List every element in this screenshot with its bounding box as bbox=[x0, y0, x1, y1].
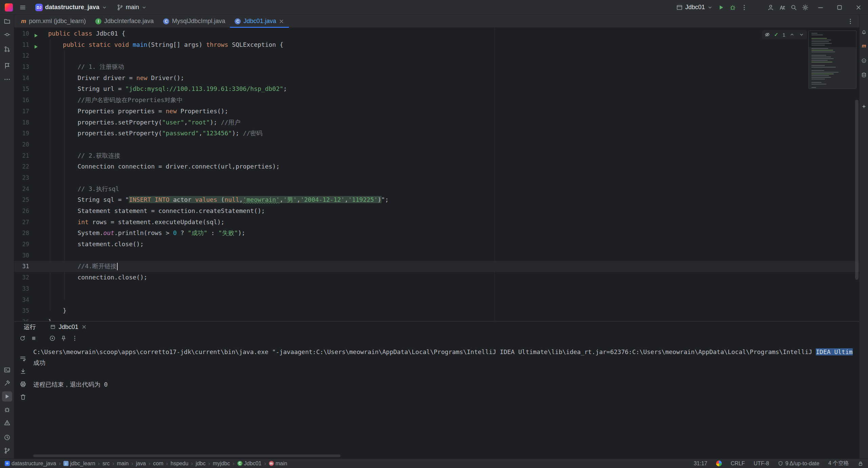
code-line[interactable]: 27 int rows = statement.executeUpdate(sq… bbox=[14, 217, 859, 228]
code-line[interactable]: 22 Connection connection = driver.connec… bbox=[14, 161, 859, 172]
account-button[interactable] bbox=[765, 2, 776, 13]
search-everywhere-button[interactable] bbox=[788, 2, 800, 13]
run-tab-jdbc01[interactable]: Jdbc01 bbox=[50, 321, 87, 332]
code-line[interactable]: 26 Statement statement = connection.crea… bbox=[14, 206, 859, 217]
pull-requests-tool-icon[interactable] bbox=[2, 44, 12, 54]
code-line[interactable]: 13 // 1. 注册驱动 bbox=[14, 61, 859, 73]
close-window-button[interactable] bbox=[849, 0, 868, 15]
tab-jdbcinterface-java[interactable]: I JdbcInterface.java bbox=[91, 15, 158, 27]
code-line[interactable]: 18 properties.setProperty("user","root")… bbox=[14, 117, 859, 128]
close-run-tab-icon[interactable] bbox=[81, 324, 87, 330]
breadcrumb-item[interactable]: java bbox=[136, 461, 146, 467]
breadcrumb-item[interactable]: Ddatastructure_java bbox=[5, 461, 56, 467]
terminal-tool-icon[interactable] bbox=[2, 365, 12, 375]
translate-button[interactable] bbox=[776, 2, 788, 13]
history-tool-icon[interactable] bbox=[2, 432, 12, 443]
code-line[interactable]: 33 bbox=[14, 283, 859, 294]
run-line-icon[interactable] bbox=[33, 42, 39, 47]
commit-tool-icon[interactable] bbox=[2, 30, 12, 40]
ai-assistant-tool-icon[interactable] bbox=[860, 103, 868, 110]
readonly-lock-icon[interactable] bbox=[858, 461, 863, 466]
project-tool-icon[interactable] bbox=[2, 16, 12, 26]
coverage-icon[interactable] bbox=[49, 335, 56, 342]
breadcrumb-item[interactable]: CJdbc01 bbox=[237, 461, 262, 467]
indent-widget[interactable]: 4 个空格 bbox=[828, 460, 849, 467]
code-line[interactable]: 31 //4.断开链接 bbox=[14, 261, 859, 272]
breadcrumb-item[interactable]: main bbox=[117, 461, 129, 467]
code-line[interactable]: 29 statement.close(); bbox=[14, 239, 859, 250]
line-separator-widget[interactable]: CRLF bbox=[731, 461, 745, 467]
maven-tool-icon[interactable]: m bbox=[860, 42, 868, 50]
code-line[interactable]: 14 Driver driver = new Driver(); bbox=[14, 73, 859, 84]
database-tool-icon[interactable] bbox=[860, 71, 868, 79]
run-line-icon[interactable] bbox=[33, 31, 39, 36]
code-line[interactable]: 25 String sql = "INSERT INTO actor value… bbox=[14, 194, 859, 206]
tab-pom-xml[interactable]: m pom.xml (jdbc_learn) bbox=[16, 15, 91, 27]
highlighting-level-icon[interactable] bbox=[765, 32, 770, 37]
more-options-icon[interactable] bbox=[72, 335, 78, 342]
rerun-button[interactable] bbox=[19, 335, 26, 342]
encoding-widget[interactable]: UTF-8 bbox=[754, 461, 769, 467]
code-line[interactable]: 11 public static void main(String[] args… bbox=[14, 39, 859, 51]
breadcrumb-item[interactable]: jjdbc_learn bbox=[63, 461, 95, 467]
code-line[interactable]: 21 // 2.获取连接 bbox=[14, 150, 859, 161]
run-tool-icon[interactable] bbox=[2, 391, 12, 402]
code-line[interactable]: 36} bbox=[14, 316, 859, 321]
breadcrumb-item[interactable]: hspedu bbox=[171, 461, 189, 467]
close-tab-icon[interactable] bbox=[279, 19, 284, 24]
code-line[interactable]: 34 bbox=[14, 294, 859, 306]
settings-button[interactable] bbox=[800, 2, 811, 13]
run-button[interactable] bbox=[715, 2, 727, 13]
tab-list-icon[interactable] bbox=[847, 18, 854, 25]
caret-position-widget[interactable]: 31:17 bbox=[694, 461, 707, 467]
minimap[interactable] bbox=[808, 31, 856, 89]
code-line[interactable]: 35 } bbox=[14, 305, 859, 316]
breadcrumb-item[interactable]: com bbox=[153, 461, 163, 467]
code-editor[interactable]: 10public class Jdbc01 {11 public static … bbox=[14, 28, 859, 321]
gradle-tool-icon[interactable] bbox=[860, 57, 868, 64]
next-problem-icon[interactable] bbox=[799, 32, 804, 37]
code-line[interactable]: 23 bbox=[14, 172, 859, 183]
bookmarks-tool-icon[interactable] bbox=[2, 61, 12, 71]
main-menu-icon[interactable] bbox=[17, 2, 28, 13]
notifications-tool-icon[interactable] bbox=[860, 28, 868, 36]
editor-scrollbar[interactable] bbox=[855, 100, 859, 280]
console-hscrollbar[interactable] bbox=[33, 454, 340, 457]
code-line[interactable]: 28 System.out.println(rows > 0 ? "成功" : … bbox=[14, 228, 859, 239]
code-line[interactable]: 16 //用户名密码放在Properties对象中 bbox=[14, 95, 859, 106]
breadcrumb-item[interactable]: src bbox=[102, 461, 110, 467]
code-line[interactable]: 30 bbox=[14, 250, 859, 261]
code-line[interactable]: 15 String url = "jdbc:mysql://100.113.19… bbox=[14, 83, 859, 95]
run-configuration-widget[interactable]: Jdbc01 bbox=[673, 3, 715, 12]
vcs-branch-widget[interactable]: main bbox=[114, 3, 150, 12]
maximize-button[interactable] bbox=[830, 0, 849, 15]
project-widget[interactable]: DJ datastructure_java bbox=[33, 3, 110, 12]
breadcrumb-item[interactable]: mmain bbox=[269, 461, 288, 467]
previous-problem-icon[interactable] bbox=[789, 32, 795, 37]
stop-button[interactable] bbox=[31, 335, 37, 342]
code-line[interactable]: 10public class Jdbc01 { bbox=[14, 28, 859, 39]
breadcrumb-item[interactable]: jdbc bbox=[196, 461, 205, 467]
debug-button[interactable] bbox=[727, 2, 738, 13]
tab-mysqljdbcimpl-java[interactable]: C MysqlJdbcImpl.java bbox=[158, 15, 230, 27]
version-control-tool-icon[interactable] bbox=[2, 446, 12, 456]
code-line[interactable]: 24 // 3.执行sql bbox=[14, 183, 859, 195]
code-line[interactable]: 32 connection.close(); bbox=[14, 272, 859, 283]
inspection-count[interactable]: 1 bbox=[783, 32, 785, 38]
build-tool-icon[interactable] bbox=[2, 378, 12, 388]
tab-jdbc01-java[interactable]: C Jdbc01.java bbox=[230, 15, 289, 27]
translate-status-icon[interactable] bbox=[716, 461, 722, 466]
git-status-widget[interactable]: 9 Δ/up-to-date bbox=[778, 461, 820, 467]
more-tools-icon[interactable] bbox=[2, 74, 12, 84]
breadcrumb-item[interactable]: myjdbc bbox=[213, 461, 230, 467]
console-output[interactable]: C:\Users\meowrain\scoop\apps\corretto17-… bbox=[14, 344, 859, 453]
more-run-actions-button[interactable] bbox=[738, 2, 750, 13]
pin-tab-icon[interactable] bbox=[60, 335, 67, 342]
code-line[interactable]: 19 properties.setProperty("password","12… bbox=[14, 128, 859, 139]
code-line[interactable]: 12 bbox=[14, 50, 859, 61]
minimap-viewport[interactable] bbox=[809, 47, 856, 89]
code-line[interactable]: 17 Properties properties = new Propertie… bbox=[14, 106, 859, 117]
minimize-button[interactable] bbox=[811, 0, 830, 15]
code-line[interactable]: 20 bbox=[14, 139, 859, 150]
problems-tool-icon[interactable] bbox=[2, 418, 12, 428]
